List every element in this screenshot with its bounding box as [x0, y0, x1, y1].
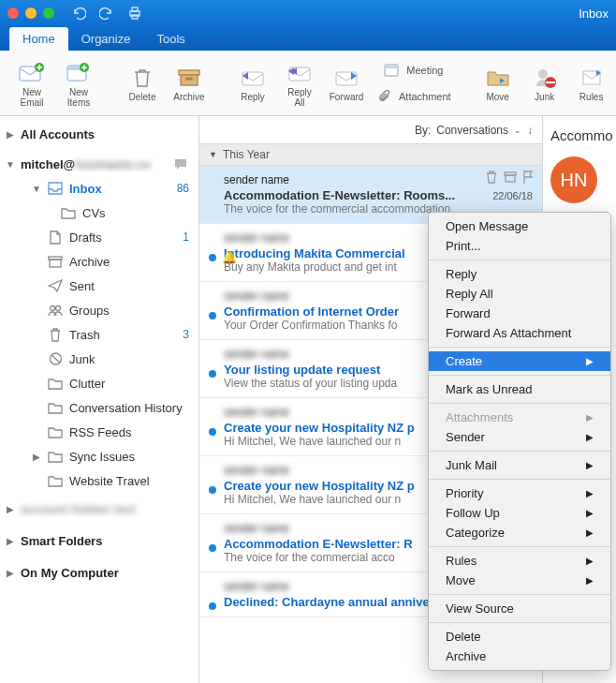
unread-dot-icon — [209, 312, 216, 319]
sort-mode[interactable]: Conversations — [436, 124, 508, 137]
new-email-button[interactable]: New Email — [9, 55, 54, 111]
all-accounts-row[interactable]: ▶ All Accounts — [0, 122, 198, 146]
menu-separator — [429, 594, 610, 595]
minimize-window[interactable] — [25, 7, 37, 19]
menu-item-label: Follow Up — [446, 506, 500, 520]
new-items-button[interactable]: New Items — [56, 55, 101, 111]
menu-item-view-source[interactable]: View Source — [429, 599, 610, 618]
sidebar-item-conversation-history[interactable]: Conversation History — [0, 395, 198, 420]
move-icon — [486, 64, 510, 92]
junk-button[interactable]: Junk — [522, 55, 567, 111]
rules-button[interactable]: Rules — [569, 55, 614, 111]
on-my-computer-row[interactable]: ▶ On My Computer — [0, 560, 198, 585]
smart-folders-row[interactable]: ▶ Smart Folders — [0, 528, 198, 553]
delete-button[interactable]: Delete — [120, 55, 165, 111]
sidebar-item-label: Website Travel — [69, 474, 189, 488]
svg-rect-22 — [50, 260, 61, 267]
chevron-right-icon: ▶ — [6, 536, 15, 546]
menu-item-print-[interactable]: Print... — [429, 236, 610, 256]
menu-item-delete[interactable]: Delete — [429, 627, 610, 646]
menu-item-rules[interactable]: Rules▶ — [429, 551, 610, 571]
sidebar-item-rss-feeds[interactable]: RSS Feeds — [0, 420, 198, 444]
menu-item-forward[interactable]: Forward — [429, 304, 610, 323]
sidebar-item-groups[interactable]: Groups — [0, 298, 198, 322]
forward-button[interactable]: Forward — [324, 55, 369, 111]
tab-home[interactable]: Home — [9, 27, 68, 51]
archive-button[interactable]: Archive — [167, 55, 212, 111]
folder-icon — [47, 378, 64, 390]
sidebar-item-sync-issues[interactable]: ▶Sync Issues — [0, 444, 198, 468]
account-label: mitchel@hostname.co — [21, 157, 167, 171]
menu-item-label: Forward — [446, 306, 491, 320]
reading-subject: Accommo — [550, 127, 609, 143]
submenu-arrow-icon: ▶ — [586, 460, 594, 470]
sidebar-item-drafts[interactable]: Drafts1 — [0, 225, 198, 249]
svg-rect-8 — [179, 70, 199, 75]
sidebar-item-cvs[interactable]: CVs — [0, 200, 198, 225]
menu-item-open-message[interactable]: Open Message — [429, 216, 610, 236]
menu-item-label: Print... — [446, 239, 481, 253]
menu-item-create[interactable]: Create▶ — [429, 351, 610, 371]
reply-all-button[interactable]: Reply All — [277, 55, 322, 111]
sort-direction-icon[interactable]: ↓ — [527, 124, 533, 137]
menu-item-sender[interactable]: Sender▶ — [429, 427, 610, 447]
window-controls — [7, 7, 54, 19]
menu-item-categorize[interactable]: Categorize▶ — [429, 523, 610, 542]
sidebar-item-trash[interactable]: Trash3 — [0, 322, 198, 347]
unread-dot-icon — [209, 428, 216, 436]
menu-item-reply-all[interactable]: Reply All — [429, 284, 610, 304]
svg-point-24 — [56, 305, 61, 310]
junk-icon — [534, 64, 556, 92]
sidebar-item-junk[interactable]: Junk — [0, 347, 198, 371]
redo-icon[interactable] — [99, 6, 114, 21]
reply-button[interactable]: Reply — [230, 55, 275, 111]
zoom-window[interactable] — [43, 7, 54, 19]
folder-icon — [47, 451, 64, 463]
menu-item-label: Create — [446, 354, 482, 368]
rules-icon — [580, 64, 603, 92]
undo-icon[interactable] — [71, 6, 86, 21]
menu-item-archive[interactable]: Archive — [429, 646, 610, 666]
sidebar-item-archive[interactable]: Archive — [0, 249, 198, 274]
menu-separator — [429, 479, 610, 480]
sidebar-item-clutter[interactable]: Clutter — [0, 371, 198, 395]
menu-item-label: Delete — [446, 630, 481, 644]
envelope-plus-icon — [19, 59, 45, 87]
item-count: 3 — [183, 328, 189, 341]
archive-icon[interactable] — [503, 170, 518, 185]
menu-item-label: Attachments — [446, 410, 513, 424]
tab-organize[interactable]: Organize — [68, 27, 144, 51]
svg-rect-18 — [546, 82, 555, 83]
delete-icon[interactable] — [484, 170, 499, 185]
menu-separator — [429, 403, 610, 404]
attachment-button[interactable]: Attachment — [371, 84, 457, 109]
close-window[interactable] — [7, 7, 19, 19]
sidebar-item-sent[interactable]: Sent — [0, 274, 198, 298]
menu-item-priority[interactable]: Priority▶ — [429, 483, 610, 503]
inbox-icon — [47, 182, 64, 195]
menu-item-junk-mail[interactable]: Junk Mail▶ — [429, 455, 610, 475]
blurred-account-row[interactable]: ▶ account hidden text — [0, 497, 198, 521]
group-header[interactable]: ▼ This Year — [199, 144, 542, 166]
submenu-arrow-icon: ▶ — [586, 575, 594, 586]
print-icon[interactable] — [127, 6, 142, 21]
flag-icon[interactable] — [521, 170, 535, 185]
junk-label: Junk — [535, 92, 554, 102]
menu-item-move[interactable]: Move▶ — [429, 571, 610, 590]
menu-item-reply[interactable]: Reply — [429, 264, 610, 284]
folder-sidebar: ▶ All Accounts ▼ mitchel@hostname.co ▼In… — [0, 116, 199, 683]
chevron-right-icon: ▶ — [6, 504, 15, 514]
chevron-down-icon[interactable]: ⌄ — [514, 126, 521, 135]
sender-avatar: HN — [550, 156, 597, 203]
meeting-button[interactable]: Meeting — [371, 58, 457, 82]
sidebar-item-website-travel[interactable]: Website Travel — [0, 468, 198, 493]
tab-tools[interactable]: Tools — [143, 27, 198, 51]
delete-label: Delete — [129, 92, 156, 102]
sidebar-item-inbox[interactable]: ▼Inbox86 — [0, 176, 198, 200]
menu-item-follow-up[interactable]: Follow Up▶ — [429, 503, 610, 523]
account-row[interactable]: ▼ mitchel@hostname.co — [0, 152, 198, 176]
message-subject: Accommodation E-Newsletter: Rooms... — [224, 188, 485, 202]
move-button[interactable]: Move — [476, 55, 521, 111]
menu-item-forward-as-attachment[interactable]: Forward As Attachment — [429, 323, 610, 343]
menu-item-mark-as-unread[interactable]: Mark as Unread — [429, 379, 610, 399]
